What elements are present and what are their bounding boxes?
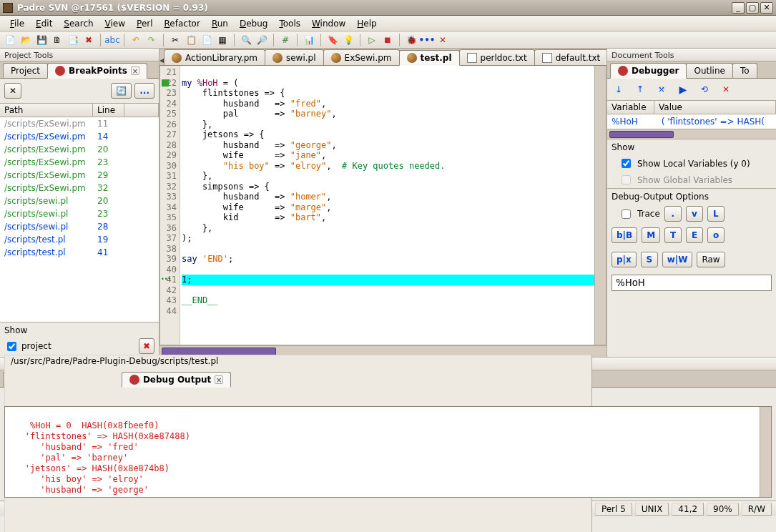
menu-run[interactable]: Run bbox=[207, 17, 232, 30]
save-as-icon[interactable]: 🗎 bbox=[51, 34, 63, 46]
col-variable[interactable]: Variable bbox=[607, 101, 654, 114]
doc-tab-outline[interactable]: Outline bbox=[686, 63, 732, 78]
breakpoint-row[interactable]: /scripts/ExSewi.pm23 bbox=[0, 156, 159, 169]
refresh-button[interactable]: 🔄 bbox=[111, 83, 132, 99]
breakpoint-row[interactable]: /scripts/ExSewi.pm20 bbox=[0, 143, 159, 156]
breakpoint-row[interactable]: /scripts/test.pl19 bbox=[0, 233, 159, 246]
open-folder-icon[interactable]: 📂 bbox=[20, 34, 31, 46]
menu-debug[interactable]: Debug bbox=[235, 17, 272, 30]
dbg-wW-button[interactable]: w|W bbox=[662, 252, 693, 267]
tab-project[interactable]: Project bbox=[3, 63, 48, 78]
run-icon[interactable]: ▷ bbox=[366, 34, 378, 46]
comment-icon[interactable]: # bbox=[280, 34, 291, 46]
l-button[interactable]: L bbox=[707, 206, 725, 222]
dbg-M-button[interactable]: M bbox=[642, 227, 660, 243]
variable-hscrollbar[interactable] bbox=[607, 129, 776, 139]
breakpoint-row[interactable]: /scripts/ExSewi.pm32 bbox=[0, 182, 159, 194]
stop-icon[interactable]: ⏹ bbox=[382, 34, 393, 46]
maximize-button[interactable]: ▢ bbox=[746, 2, 759, 14]
close-pane-button[interactable]: ✖ bbox=[139, 338, 154, 354]
show-local-checkbox[interactable] bbox=[622, 159, 631, 168]
breakpoint-row[interactable]: /scripts/sewi.pl23 bbox=[0, 207, 159, 220]
menu-refactor[interactable]: Refactor bbox=[160, 17, 205, 30]
close-tab-icon[interactable]: × bbox=[215, 375, 223, 384]
step-over-icon[interactable]: ⤒ bbox=[633, 83, 647, 96]
save-icon[interactable]: 💾 bbox=[36, 34, 47, 46]
find-icon[interactable]: 🔍 bbox=[240, 34, 252, 46]
browse-button[interactable]: ... bbox=[134, 83, 154, 99]
quit-debug-icon[interactable]: ✕ bbox=[437, 34, 448, 46]
output-vscrollbar[interactable] bbox=[760, 407, 771, 497]
run-icon[interactable]: ▶ bbox=[676, 83, 690, 96]
editor-tab-sewi-pl[interactable]: sewi.pl bbox=[265, 49, 324, 65]
col-path[interactable]: Path bbox=[0, 104, 93, 117]
dbg-S-button[interactable]: S bbox=[641, 252, 658, 267]
replace-icon[interactable]: 🔎 bbox=[256, 34, 267, 46]
debug-icon[interactable]: 🐞 bbox=[406, 34, 417, 46]
editor-tab-test-pl[interactable]: test.pl bbox=[399, 50, 460, 66]
quit-icon[interactable]: ✕ bbox=[719, 83, 733, 96]
editor-tab-exsewi-pm[interactable]: ExSewi.pm bbox=[323, 49, 400, 65]
editor-content[interactable]: my %HoH = ( flintstones => { husband => … bbox=[180, 66, 594, 345]
doc-tab-debugger[interactable]: Debugger bbox=[610, 63, 687, 79]
breakpoint-row[interactable]: /scripts/ExSewi.pm14 bbox=[0, 130, 159, 143]
menu-help[interactable]: Help bbox=[353, 17, 380, 30]
spellcheck-icon[interactable]: abc bbox=[107, 34, 118, 46]
dbg-bB-button[interactable]: b|B bbox=[612, 227, 637, 243]
dbg-E-button[interactable]: E bbox=[686, 227, 703, 243]
breakpoint-row[interactable]: /scripts/ExSewi.pm29 bbox=[0, 169, 159, 182]
close-button[interactable]: ✕ bbox=[760, 2, 773, 14]
step-in-icon[interactable]: ⤓ bbox=[612, 83, 626, 96]
breakpoint-list[interactable]: /scripts/ExSewi.pm11/scripts/ExSewi.pm14… bbox=[0, 117, 159, 322]
close-tab-icon[interactable]: × bbox=[131, 66, 139, 75]
breakpoints-icon[interactable]: ••• bbox=[421, 34, 433, 46]
v-button[interactable]: v bbox=[686, 206, 703, 222]
code-editor[interactable]: 2122232425262728293031323334353637383940… bbox=[159, 66, 606, 345]
menu-file[interactable]: File bbox=[6, 17, 29, 30]
col-value[interactable]: Value bbox=[654, 101, 776, 114]
restart-icon[interactable]: ⟲ bbox=[697, 83, 712, 96]
minimize-button[interactable]: _ bbox=[732, 2, 745, 14]
dot-button[interactable]: . bbox=[664, 206, 682, 222]
output-tab-debug-output[interactable]: Debug Output× bbox=[122, 372, 231, 388]
open-example-icon[interactable]: 📑 bbox=[67, 34, 79, 46]
doc-stats-icon[interactable]: 📊 bbox=[303, 34, 315, 46]
editor-tab-perldoc-txt[interactable]: perldoc.txt bbox=[459, 49, 535, 65]
dbg-px-button[interactable]: p|x bbox=[612, 252, 637, 267]
paste-icon[interactable]: 📄 bbox=[201, 34, 212, 46]
col-line[interactable]: Line bbox=[93, 104, 124, 117]
delete-breakpoint-button[interactable]: ✕ bbox=[4, 83, 21, 99]
doc-tab-to[interactable]: To bbox=[732, 63, 757, 78]
editor-vscrollbar[interactable] bbox=[594, 66, 606, 345]
debug-expression-input[interactable] bbox=[612, 275, 772, 291]
show-project-checkbox[interactable]: project bbox=[4, 340, 51, 353]
menu-view[interactable]: View bbox=[101, 17, 129, 30]
breakpoint-row[interactable]: /scripts/ExSewi.pm11 bbox=[0, 117, 159, 130]
trace-checkbox[interactable] bbox=[622, 210, 631, 219]
menu-search[interactable]: Search bbox=[59, 17, 97, 30]
tab-breakpoints[interactable]: BreakPoints× bbox=[47, 63, 147, 79]
variable-row[interactable]: %HoH ( 'flintstones' => HASH( bbox=[607, 114, 776, 129]
cut-icon[interactable]: ✂ bbox=[170, 34, 181, 46]
dbg-o-button[interactable]: o bbox=[707, 227, 725, 243]
editor-gutter[interactable]: 2122232425262728293031323334353637383940… bbox=[160, 66, 180, 345]
editor-tab-default-txt[interactable]: default.txt bbox=[534, 49, 609, 65]
bookmark-icon[interactable]: 🔖 bbox=[327, 34, 338, 46]
hint-icon[interactable]: 💡 bbox=[343, 34, 354, 46]
dbg-Raw-button[interactable]: Raw bbox=[697, 252, 725, 267]
copy-icon[interactable]: 📋 bbox=[185, 34, 197, 46]
menu-window[interactable]: Window bbox=[308, 17, 350, 30]
breakpoint-row[interactable]: /scripts/sewi.pl20 bbox=[0, 194, 159, 207]
redo-icon[interactable]: ↷ bbox=[146, 34, 157, 46]
menu-perl[interactable]: Perl bbox=[132, 17, 157, 30]
menu-tools[interactable]: Tools bbox=[275, 17, 305, 30]
debug-output-text[interactable]: %HoH = 0 HASH(0x8fbeef0) 'flintstones' =… bbox=[4, 406, 772, 498]
dbg-T-button[interactable]: T bbox=[664, 227, 682, 243]
step-out-icon[interactable]: ⤧ bbox=[654, 83, 669, 96]
breakpoint-row[interactable]: /scripts/sewi.pl28 bbox=[0, 220, 159, 233]
new-file-icon[interactable]: 📄 bbox=[4, 34, 16, 46]
select-all-icon[interactable]: ▦ bbox=[217, 34, 228, 46]
close-file-icon[interactable]: ✖ bbox=[83, 34, 94, 46]
menu-edit[interactable]: Edit bbox=[31, 17, 57, 30]
editor-tab-actionlibrary-pm[interactable]: ActionLibrary.pm bbox=[164, 49, 265, 65]
